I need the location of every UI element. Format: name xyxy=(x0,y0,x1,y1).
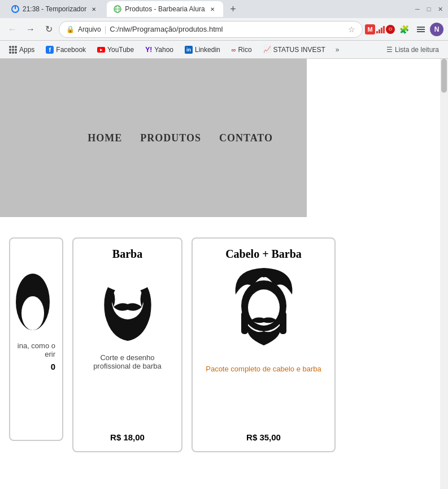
bookmark-apps[interactable]: Apps xyxy=(5,44,39,56)
bookmark-star-icon[interactable]: ☆ xyxy=(348,25,355,34)
bookmark-facebook-label: Facebook xyxy=(56,46,86,54)
bookmark-yahoo[interactable]: Y! Yahoo xyxy=(141,44,178,56)
bookmark-apps-label: Apps xyxy=(19,46,34,54)
svg-point-4 xyxy=(21,296,44,330)
linkedin-icon: in xyxy=(185,46,193,54)
reading-list-label: Lista de leitura xyxy=(395,46,439,54)
address-url[interactable]: C:/nlw/Programação/produtos.html xyxy=(110,25,345,33)
bookmark-more-label: » xyxy=(336,46,340,54)
tab-timer-close[interactable]: ✕ xyxy=(90,5,98,13)
signal-bars-icon[interactable] xyxy=(376,25,385,33)
minimize-button[interactable]: ─ xyxy=(414,6,421,12)
facebook-icon: f xyxy=(46,46,54,54)
barba-image xyxy=(94,267,162,347)
status-invest-icon: 📈 xyxy=(263,46,271,53)
maximize-button[interactable]: □ xyxy=(425,6,432,12)
tab-products-label: Produtos - Barbearia Alura xyxy=(125,5,205,13)
bookmark-status-invest[interactable]: 📈 STATUS INVEST xyxy=(259,44,330,56)
title-bar: 21:38 - Temporizador ✕ Produtos - Barbea… xyxy=(0,0,448,18)
profile-avatar[interactable]: N xyxy=(430,23,443,36)
hair-beard-icon xyxy=(221,263,306,362)
product-card-barba: Barba xyxy=(72,237,182,452)
cabelo-barba-image xyxy=(221,267,306,358)
browser-toolbar: ← → ↻ 🔒 Arquivo | C:/nlw/Programação/pro… xyxy=(0,18,448,41)
rico-icon: ∞ xyxy=(232,46,236,53)
address-label: Arquivo xyxy=(78,25,101,33)
bookmark-more-button[interactable]: » xyxy=(332,44,343,56)
scrollbar[interactable] xyxy=(440,59,448,489)
nav-menu: HOME PRODUTOS CONTATO xyxy=(88,132,273,144)
bookmark-status-invest-label: STATUS INVEST xyxy=(273,46,325,54)
cabelo-barba-desc: Pacote completo de cabelo e barba xyxy=(206,365,321,373)
nav-home[interactable]: HOME xyxy=(88,132,122,144)
svg-point-5 xyxy=(112,283,143,319)
nav-products[interactable]: PRODUTOS xyxy=(140,132,201,144)
bookmark-rico[interactable]: ∞ Rico xyxy=(227,44,256,56)
barba-title: Barba xyxy=(112,248,142,261)
new-tab-button[interactable]: + xyxy=(225,1,241,17)
bookmark-linkedin-label: Linkedin xyxy=(195,46,220,54)
address-bar[interactable]: 🔒 Arquivo | C:/nlw/Programação/produtos.… xyxy=(59,21,363,38)
reading-list-icon: ☰ xyxy=(386,46,393,54)
bookmark-yahoo-label: Yahoo xyxy=(154,46,173,54)
barba-desc: Corte e desenho profissional de barba xyxy=(82,353,172,428)
partial-price: 0 xyxy=(51,362,55,371)
youtube-icon: ▶ xyxy=(97,47,105,53)
tabs-container: 21:38 - Temporizador ✕ Produtos - Barbea… xyxy=(5,1,241,17)
reading-list-button[interactable]: ☰ Lista de leitura xyxy=(382,44,443,56)
cabelo-barba-price: R$ 35,00 xyxy=(246,432,281,442)
bookmark-facebook[interactable]: f Facebook xyxy=(41,44,90,56)
nav-contact[interactable]: CONTATO xyxy=(219,132,273,144)
timer-icon xyxy=(11,5,19,13)
scrollbar-thumb[interactable] xyxy=(441,59,447,93)
main-content: HOME PRODUTOS CONTATO xyxy=(0,59,448,489)
mega-m-icon[interactable]: M xyxy=(365,24,375,34)
bookmarks-bar: Apps f Facebook ▶ YouTube Y! Yahoo in Li… xyxy=(0,41,448,59)
forward-button[interactable]: → xyxy=(23,21,38,37)
globe-icon xyxy=(114,5,121,13)
back-button[interactable]: ← xyxy=(5,21,20,37)
yahoo-icon: Y! xyxy=(145,46,152,54)
bookmark-youtube[interactable]: ▶ YouTube xyxy=(93,44,138,56)
cabelo-barba-title: Cabelo + Barba xyxy=(225,248,302,261)
hamburger-lines xyxy=(417,27,425,32)
extensions-icon[interactable]: 🧩 xyxy=(396,21,412,37)
close-button[interactable]: ✕ xyxy=(437,6,443,12)
browser-window: 21:38 - Temporizador ✕ Produtos - Barbea… xyxy=(0,0,448,489)
apps-icon xyxy=(9,46,17,54)
product-card-cabelo-barba: Cabelo + Barba xyxy=(192,237,336,452)
partial-desc: ina, como oerir xyxy=(18,341,55,358)
tab-products[interactable]: Produtos - Barbearia Alura ✕ xyxy=(107,1,223,17)
browser-viewport: HOME PRODUTOS CONTATO xyxy=(0,59,448,489)
bookmark-rico-label: Rico xyxy=(238,46,252,54)
products-section: ina, como oerir 0 Barba xyxy=(0,228,448,452)
refresh-button[interactable]: ↻ xyxy=(41,21,56,37)
beard-icon xyxy=(97,270,159,344)
tab-timer[interactable]: 21:38 - Temporizador ✕ xyxy=(5,1,105,17)
lock-icon: 🔒 xyxy=(66,25,75,33)
tab-timer-label: 21:38 - Temporizador xyxy=(23,5,86,13)
hero-wrapper: HOME PRODUTOS CONTATO xyxy=(0,59,448,217)
product-card-partial: ina, como oerir 0 xyxy=(9,237,63,441)
window-controls: ─ □ ✕ xyxy=(414,6,443,12)
bookmark-youtube-label: YouTube xyxy=(107,46,134,54)
hamburger-menu-icon[interactable] xyxy=(413,21,429,37)
opera-icon[interactable]: O xyxy=(386,25,395,34)
gap-section xyxy=(0,217,448,228)
tab-products-close[interactable]: ✕ xyxy=(208,5,216,13)
barba-price: R$ 18,00 xyxy=(110,432,145,442)
hero-white-space xyxy=(307,59,448,217)
partial-hair-icon xyxy=(10,268,55,341)
address-divider: | xyxy=(105,25,107,34)
hero-section: HOME PRODUTOS CONTATO xyxy=(0,59,307,217)
svg-rect-9 xyxy=(280,311,286,334)
bookmark-linkedin[interactable]: in Linkedin xyxy=(180,44,225,56)
toolbar-icons: M O 🧩 N xyxy=(365,21,443,37)
svg-rect-8 xyxy=(241,311,248,334)
